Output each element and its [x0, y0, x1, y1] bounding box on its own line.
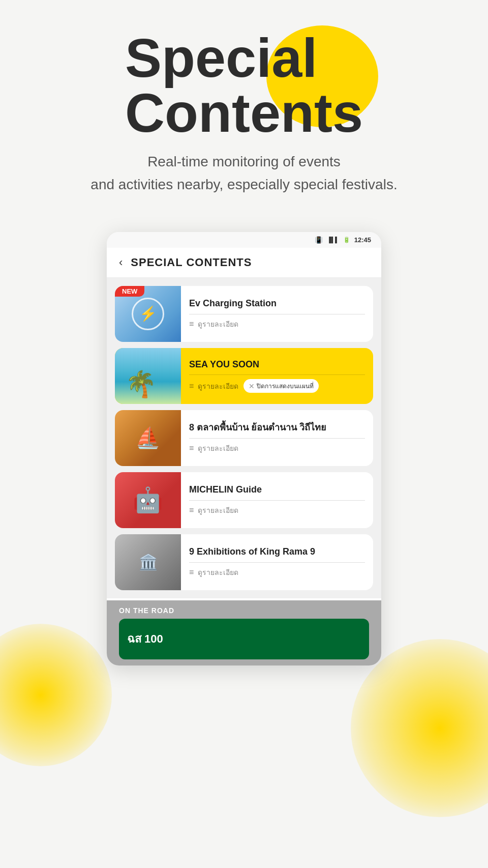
list-icon: ≡	[189, 320, 194, 328]
card-divider	[189, 374, 365, 375]
signal-icon: ▐▌▌	[327, 237, 339, 243]
card-michelin-content: MICHELIN Guide ≡ ดูรายละเอียด	[181, 472, 373, 528]
details-text: ดูรายละเอียด	[198, 319, 238, 330]
card-market-content: 8 ตลาดพื้นบ้าน ย้อนตำนาน วิถีไทย ≡ ดูราย…	[181, 410, 373, 466]
map-badge-close-icon: ✕	[249, 382, 255, 390]
on-the-road-label: ON THE ROAD	[119, 606, 369, 615]
card-market[interactable]: ⛵ 8 ตลาดพื้นบ้าน ย้อนตำนาน วิถีไทย ≡ ดูร…	[115, 410, 373, 466]
card-market-image: ⛵	[115, 410, 181, 466]
card-sea-content: SEA YOU SOON ≡ ดูรายละเอียด ✕ ปิดการแสดง…	[181, 348, 373, 404]
app-header: ‹ SPECIAL CONTENTS	[107, 248, 381, 278]
vibrate-icon: 📳	[315, 236, 323, 244]
card-market-title: 8 ตลาดพื้นบ้าน ย้อนตำนาน วิถีไทย	[189, 422, 365, 433]
hero-subtitle: Real-time monitoring of events and activ…	[20, 151, 468, 196]
card-divider	[189, 562, 365, 563]
card-ev-title: Ev Charging Station	[189, 298, 365, 309]
hero-section: Special Contents Real-time monitoring of…	[0, 0, 488, 232]
market-icon: ⛵	[135, 426, 161, 450]
card-market-details[interactable]: ≡ ดูรายละเอียด	[189, 443, 365, 454]
back-button[interactable]: ‹	[119, 256, 123, 269]
palm-tree-icon: 🌴	[125, 369, 157, 399]
card-michelin-details[interactable]: ≡ ดูรายละเอียด	[189, 505, 365, 516]
card-michelin[interactable]: 🤖 MICHELIN Guide ≡ ดูรายละเอียด	[115, 472, 373, 528]
bg-blob-left	[0, 624, 112, 766]
on-the-road-section: ON THE ROAD ฉส 100	[107, 600, 381, 666]
phone-mockup: 📳 ▐▌▌ 🔋 12:45 ‹ SPECIAL CONTENTS ⚡ NEW E…	[107, 232, 381, 666]
card-ev-content: Ev Charging Station ≡ ดูรายละเอียด	[181, 286, 373, 342]
card-ev[interactable]: ⚡ NEW Ev Charging Station ≡ ดูรายละเอียด	[115, 286, 373, 342]
card-divider	[189, 314, 365, 314]
michelin-man-icon: 🤖	[133, 486, 163, 514]
card-michelin-title: MICHELIN Guide	[189, 484, 365, 496]
status-bar: 📳 ▐▌▌ 🔋 12:45	[107, 232, 381, 248]
card-rama9-image: 🏛️	[115, 534, 181, 590]
list-icon: ≡	[189, 506, 194, 514]
ev-charging-icon: ⚡	[132, 298, 164, 330]
card-sea[interactable]: 🌴 SEA YOU SOON ≡ ดูรายละเอียด ✕ ปิดการแส…	[115, 348, 373, 404]
bg-blob-right	[351, 639, 488, 817]
details-text: ดูรายละเอียด	[198, 443, 238, 454]
card-ev-details[interactable]: ≡ ดูรายละเอียด	[189, 319, 365, 330]
details-text: ดูรายละเอียด	[198, 381, 238, 392]
card-sea-image: 🌴	[115, 348, 181, 404]
card-sea-actions: ≡ ดูรายละเอียด ✕ ปิดการแสดงบนแผนที่	[189, 379, 365, 393]
details-text: ดูรายละเอียด	[198, 505, 238, 516]
hero-title: Special Contents	[125, 31, 363, 140]
card-sea-details[interactable]: ≡ ดูรายละเอียด	[189, 381, 238, 392]
list-icon: ≡	[189, 382, 194, 390]
map-badge-label: ปิดการแสดงบนแผนที่	[257, 381, 314, 391]
card-ev-image: ⚡ NEW	[115, 286, 181, 342]
card-divider	[189, 438, 365, 439]
list-icon: ≡	[189, 568, 194, 576]
card-sea-title: SEA YOU SOON	[189, 359, 365, 370]
card-rama9-content: 9 Exhibitions of King Rama 9 ≡ ดูรายละเอ…	[181, 534, 373, 590]
battery-icon: 🔋	[343, 237, 350, 243]
hero-title-wrapper: Special Contents	[125, 31, 363, 140]
road-number-label: ฉส 100	[127, 630, 163, 648]
status-time: 12:45	[354, 236, 371, 244]
map-badge[interactable]: ✕ ปิดการแสดงบนแผนที่	[243, 379, 319, 393]
details-text: ดูรายละเอียด	[198, 567, 238, 578]
page-title: SPECIAL CONTENTS	[131, 256, 252, 269]
card-divider	[189, 500, 365, 501]
list-icon: ≡	[189, 444, 194, 452]
card-rama9[interactable]: 🏛️ 9 Exhibitions of King Rama 9 ≡ ดูรายล…	[115, 534, 373, 590]
card-rama9-title: 9 Exhibitions of King Rama 9	[189, 546, 365, 558]
on-road-card[interactable]: ฉส 100	[119, 619, 369, 659]
card-michelin-image: 🤖	[115, 472, 181, 528]
content-list: ⚡ NEW Ev Charging Station ≡ ดูรายละเอียด…	[107, 278, 381, 598]
new-badge: NEW	[115, 286, 144, 297]
card-rama9-details[interactable]: ≡ ดูรายละเอียด	[189, 567, 365, 578]
rama9-icon: 🏛️	[139, 553, 158, 571]
